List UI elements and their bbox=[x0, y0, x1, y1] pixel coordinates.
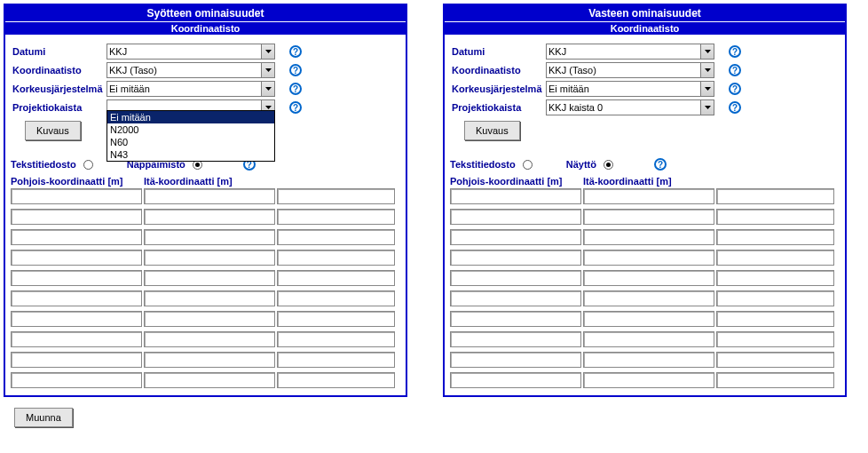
input-cell[interactable] bbox=[277, 229, 395, 245]
chevron-down-icon[interactable] bbox=[700, 62, 714, 78]
input-cell[interactable] bbox=[11, 372, 142, 388]
input-cell[interactable] bbox=[277, 331, 395, 347]
chevron-down-icon[interactable] bbox=[700, 99, 714, 115]
select-koord[interactable]: KKJ (Taso) bbox=[107, 62, 275, 78]
select-value: KKJ kaista 0 bbox=[546, 99, 714, 115]
input-cell[interactable] bbox=[144, 290, 275, 306]
input-cell[interactable] bbox=[11, 311, 142, 327]
radio-teksti[interactable] bbox=[83, 160, 93, 170]
col-north-header: Pohjois-koordinaatti [m] bbox=[450, 176, 583, 187]
dropdown-option[interactable]: N2000 bbox=[107, 123, 274, 136]
output-grid bbox=[450, 188, 840, 388]
kuvaus-button[interactable]: Kuvaus bbox=[464, 121, 520, 140]
output-cell bbox=[450, 311, 581, 327]
dropdown-option[interactable]: N60 bbox=[107, 136, 274, 148]
help-icon[interactable]: ? bbox=[289, 64, 302, 76]
input-cell[interactable] bbox=[11, 209, 142, 225]
output-cell bbox=[450, 270, 581, 286]
select-korkeus[interactable]: Ei mitään bbox=[107, 81, 275, 97]
chevron-down-icon[interactable] bbox=[261, 44, 275, 60]
chevron-down-icon[interactable] bbox=[700, 81, 714, 97]
output-cell bbox=[716, 188, 834, 204]
input-cell[interactable] bbox=[11, 352, 142, 368]
label-korkeus: Korkeusjärjestelmä bbox=[12, 83, 107, 94]
input-panel: Syötteen ominaisuudet Koordinaatisto Dat… bbox=[4, 4, 407, 397]
input-cell[interactable] bbox=[144, 188, 275, 204]
select-value: Ei mitään bbox=[107, 81, 275, 97]
chevron-down-icon[interactable] bbox=[261, 62, 275, 78]
col-east-header: Itä-koordinaatti [m] bbox=[144, 176, 233, 187]
input-panel-title: Syötteen ominaisuudet bbox=[5, 5, 406, 21]
input-cell[interactable] bbox=[277, 372, 395, 388]
label-proj: Projektiokaista bbox=[452, 102, 546, 113]
dropdown-option[interactable]: N43 bbox=[107, 148, 274, 161]
kuvaus-button[interactable]: Kuvaus bbox=[25, 121, 81, 140]
help-icon[interactable]: ? bbox=[289, 83, 302, 95]
help-icon[interactable]: ? bbox=[289, 101, 302, 114]
select-koord[interactable]: KKJ (Taso) bbox=[546, 62, 714, 78]
select-value: KKJ (Taso) bbox=[107, 62, 275, 78]
output-cell bbox=[716, 352, 834, 368]
muunna-button[interactable]: Muunna bbox=[14, 408, 73, 427]
help-icon[interactable]: ? bbox=[729, 101, 741, 114]
chevron-down-icon[interactable] bbox=[700, 44, 714, 60]
help-icon[interactable]: ? bbox=[289, 45, 302, 58]
input-cell[interactable] bbox=[277, 352, 395, 368]
output-cell bbox=[583, 270, 714, 286]
output-cell bbox=[716, 331, 834, 347]
input-cell[interactable] bbox=[11, 290, 142, 306]
korkeus-dropdown[interactable]: Ei mitään N2000 N60 N43 bbox=[107, 110, 275, 162]
mode-teksti-label: Tekstitiedosto bbox=[450, 159, 516, 170]
select-value: Ei mitään bbox=[546, 81, 714, 97]
output-cell bbox=[583, 188, 714, 204]
select-datumi[interactable]: KKJ bbox=[107, 44, 275, 60]
output-cell bbox=[450, 331, 581, 347]
help-icon[interactable]: ? bbox=[729, 83, 741, 95]
help-icon[interactable]: ? bbox=[654, 158, 667, 171]
radio-naytto[interactable] bbox=[604, 160, 613, 170]
input-cell[interactable] bbox=[144, 352, 275, 368]
output-cell bbox=[716, 290, 834, 306]
input-cell[interactable] bbox=[144, 311, 275, 327]
output-cell bbox=[450, 290, 581, 306]
input-cell[interactable] bbox=[144, 209, 275, 225]
output-coord-header: Koordinaatisto bbox=[445, 21, 845, 35]
select-korkeus[interactable]: Ei mitään bbox=[546, 81, 714, 97]
select-value: KKJ (Taso) bbox=[546, 62, 714, 78]
dropdown-option[interactable]: Ei mitään bbox=[107, 111, 274, 123]
output-cell bbox=[583, 352, 714, 368]
input-cell[interactable] bbox=[144, 331, 275, 347]
input-cell[interactable] bbox=[11, 270, 142, 286]
input-cell[interactable] bbox=[144, 250, 275, 266]
input-cell[interactable] bbox=[144, 372, 275, 388]
input-cell[interactable] bbox=[277, 270, 395, 286]
col-north-header: Pohjois-koordinaatti [m] bbox=[11, 176, 144, 187]
radio-teksti[interactable] bbox=[523, 160, 533, 170]
input-cell[interactable] bbox=[277, 188, 395, 204]
input-cell[interactable] bbox=[144, 229, 275, 245]
input-cell[interactable] bbox=[144, 270, 275, 286]
output-cell bbox=[450, 229, 581, 245]
help-icon[interactable]: ? bbox=[729, 45, 741, 58]
output-cell bbox=[716, 209, 834, 225]
help-icon[interactable]: ? bbox=[729, 64, 741, 76]
input-cell[interactable] bbox=[277, 311, 395, 327]
input-cell[interactable] bbox=[11, 188, 142, 204]
output-cell bbox=[450, 188, 581, 204]
output-cell bbox=[583, 372, 714, 388]
input-cell[interactable] bbox=[277, 209, 395, 225]
chevron-down-icon[interactable] bbox=[261, 81, 275, 97]
output-cell bbox=[450, 209, 581, 225]
input-cell[interactable] bbox=[277, 290, 395, 306]
input-cell[interactable] bbox=[277, 250, 395, 266]
label-korkeus: Korkeusjärjestelmä bbox=[452, 83, 546, 94]
input-cell[interactable] bbox=[11, 250, 142, 266]
input-cell[interactable] bbox=[11, 229, 142, 245]
select-value: KKJ bbox=[107, 44, 275, 60]
label-datumi: Datumi bbox=[452, 46, 546, 57]
input-cell[interactable] bbox=[11, 331, 142, 347]
col-east-header: Itä-koordinaatti [m] bbox=[583, 176, 672, 187]
select-value: KKJ bbox=[546, 44, 714, 60]
select-datumi[interactable]: KKJ bbox=[546, 44, 714, 60]
select-proj[interactable]: KKJ kaista 0 bbox=[546, 99, 714, 115]
